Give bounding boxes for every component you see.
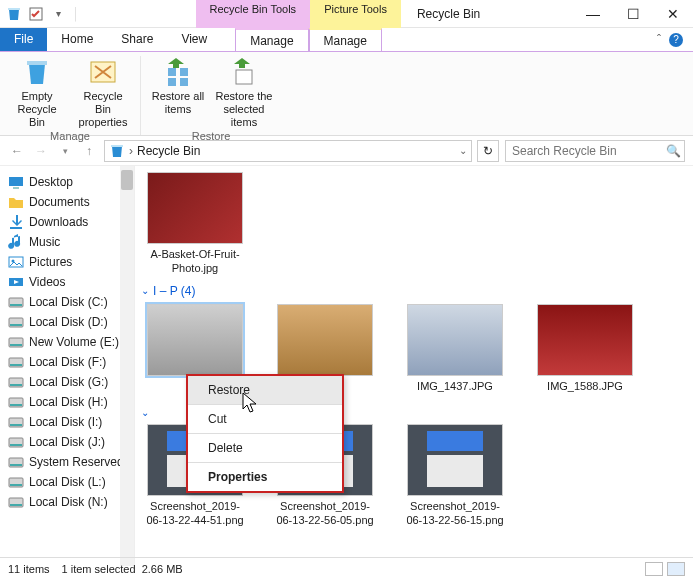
videos-icon <box>8 274 24 290</box>
chevron-down-icon[interactable]: ⌄ <box>141 285 149 296</box>
file-name-label: Screenshot_2019-06-13-22-56-05.png <box>275 500 375 528</box>
download-icon <box>8 214 24 230</box>
tree-item[interactable]: Local Disk (G:) <box>4 372 134 392</box>
nav-up-button[interactable]: ↑ <box>80 142 98 160</box>
tree-item[interactable]: Local Disk (L:) <box>4 472 134 492</box>
tree-item-label: Desktop <box>29 175 73 189</box>
folder-icon <box>8 194 24 210</box>
address-bar[interactable]: › Recycle Bin ⌄ <box>104 140 472 162</box>
tab-share[interactable]: Share <box>107 28 167 51</box>
empty-recycle-bin-button[interactable]: Empty Recycle Bin <box>8 56 66 130</box>
disk-icon <box>8 314 24 330</box>
group-header[interactable]: ⌄ I – P (4) <box>141 284 683 298</box>
context-menu-delete[interactable]: Delete <box>188 434 342 463</box>
file-name-label: A-Basket-Of-Fruit-Photo.jpg <box>145 248 245 276</box>
svg-rect-15 <box>10 304 22 306</box>
status-bar: 11 items 1 item selected 2.66 MB <box>0 557 693 579</box>
refresh-button[interactable]: ↻ <box>477 140 499 162</box>
ribbon-collapse-icon[interactable]: ˆ <box>657 33 661 47</box>
nav-back-button[interactable]: ← <box>8 142 26 160</box>
recycle-bin-icon <box>6 6 22 22</box>
tree-item-label: Local Disk (H:) <box>29 395 108 409</box>
tree-item[interactable]: Local Disk (D:) <box>4 312 134 332</box>
tab-view[interactable]: View <box>167 28 221 51</box>
view-details-button[interactable] <box>645 562 663 576</box>
tree-item[interactable]: Local Disk (N:) <box>4 492 134 512</box>
search-icon: 🔍 <box>666 144 681 158</box>
tree-item-label: Music <box>29 235 60 249</box>
file-item[interactable]: IMG_1588.JPG <box>535 304 635 394</box>
tab-file[interactable]: File <box>0 28 47 51</box>
tab-manage-recycle-bin[interactable]: Manage <box>235 28 308 51</box>
file-item[interactable]: Screenshot_2019-06-13-22-56-15.png <box>405 424 505 528</box>
tree-item[interactable]: Music <box>4 232 134 252</box>
tree-item[interactable]: Desktop <box>4 172 134 192</box>
tab-manage-pictures[interactable]: Manage <box>309 28 382 51</box>
context-menu-properties[interactable]: Properties <box>188 463 342 491</box>
nav-forward-button[interactable]: → <box>32 142 50 160</box>
items-view[interactable]: A-Basket-Of-Fruit-Photo.jpg ⌄ I – P (4) … <box>135 166 693 566</box>
tree-item-label: Local Disk (F:) <box>29 355 106 369</box>
restore-selected-items-button[interactable]: Restore the selected items <box>215 56 273 130</box>
navigation-tree[interactable]: DesktopDocumentsDownloadsMusicPicturesVi… <box>0 166 135 566</box>
breadcrumb[interactable]: Recycle Bin <box>137 144 200 158</box>
contextual-tab-picture-tools: Picture Tools <box>310 0 401 28</box>
disk-icon <box>8 374 24 390</box>
qat-item-icon[interactable] <box>28 6 44 22</box>
tree-item[interactable]: System Reserved <box>4 452 134 472</box>
view-large-icons-button[interactable] <box>667 562 685 576</box>
thumbnail <box>147 304 243 376</box>
tree-item[interactable]: Local Disk (F:) <box>4 352 134 372</box>
tree-item[interactable]: Videos <box>4 272 134 292</box>
help-icon[interactable]: ? <box>669 33 683 47</box>
tree-item[interactable]: Local Disk (C:) <box>4 292 134 312</box>
thumbnail <box>407 304 503 376</box>
music-icon <box>8 234 24 250</box>
tree-item[interactable]: Local Disk (H:) <box>4 392 134 412</box>
context-menu-cut[interactable]: Cut <box>188 405 342 434</box>
close-button[interactable]: ✕ <box>653 0 693 28</box>
tree-item[interactable]: Pictures <box>4 252 134 272</box>
qat-dropdown-icon[interactable]: ▾ <box>50 6 66 22</box>
tree-item-label: Videos <box>29 275 65 289</box>
thumbnail <box>277 304 373 376</box>
restore-all-items-button[interactable]: Restore all items <box>149 56 207 130</box>
status-selection: 1 item selected 2.66 MB <box>62 563 183 575</box>
svg-rect-7 <box>236 70 252 84</box>
minimize-button[interactable]: — <box>573 0 613 28</box>
tree-item-label: Documents <box>29 195 90 209</box>
svg-rect-23 <box>10 384 22 386</box>
tree-item-label: Local Disk (N:) <box>29 495 108 509</box>
maximize-button[interactable]: ☐ <box>613 0 653 28</box>
breadcrumb-chevron-icon[interactable]: › <box>129 144 133 158</box>
desktop-icon <box>8 174 24 190</box>
recycle-bin-properties-button[interactable]: Recycle Bin properties <box>74 56 132 130</box>
file-item[interactable]: IMG_1437.JPG <box>405 304 505 394</box>
scrollbar-thumb[interactable] <box>121 170 133 190</box>
svg-rect-10 <box>10 227 22 229</box>
tree-item[interactable]: Local Disk (I:) <box>4 412 134 432</box>
tree-item-label: Pictures <box>29 255 72 269</box>
tree-scrollbar[interactable] <box>120 166 134 566</box>
tree-item-label: System Reserved <box>29 455 124 469</box>
tree-item-label: New Volume (E:) <box>29 335 119 349</box>
nav-history-icon[interactable]: ▾ <box>56 142 74 160</box>
tree-item-label: Local Disk (J:) <box>29 435 105 449</box>
empty-bin-icon <box>21 56 53 88</box>
context-menu-restore[interactable]: Restore <box>188 376 342 405</box>
thumbnail <box>147 172 243 244</box>
tree-item[interactable]: New Volume (E:) <box>4 332 134 352</box>
recycle-bin-icon <box>109 143 125 159</box>
tree-item[interactable]: Downloads <box>4 212 134 232</box>
tree-item[interactable]: Local Disk (J:) <box>4 432 134 452</box>
chevron-down-icon[interactable]: ⌄ <box>141 407 149 418</box>
search-input[interactable] <box>512 144 662 158</box>
tab-home[interactable]: Home <box>47 28 107 51</box>
search-box[interactable]: 🔍 <box>505 140 685 162</box>
address-dropdown-icon[interactable]: ⌄ <box>459 145 467 156</box>
contextual-tab-recycle-bin-tools: Recycle Bin Tools <box>196 0 311 28</box>
tree-item[interactable]: Documents <box>4 192 134 212</box>
file-name-label: Screenshot_2019-06-13-22-44-51.png <box>145 500 245 528</box>
file-item[interactable]: A-Basket-Of-Fruit-Photo.jpg <box>145 172 245 276</box>
thumbnail <box>407 424 503 496</box>
